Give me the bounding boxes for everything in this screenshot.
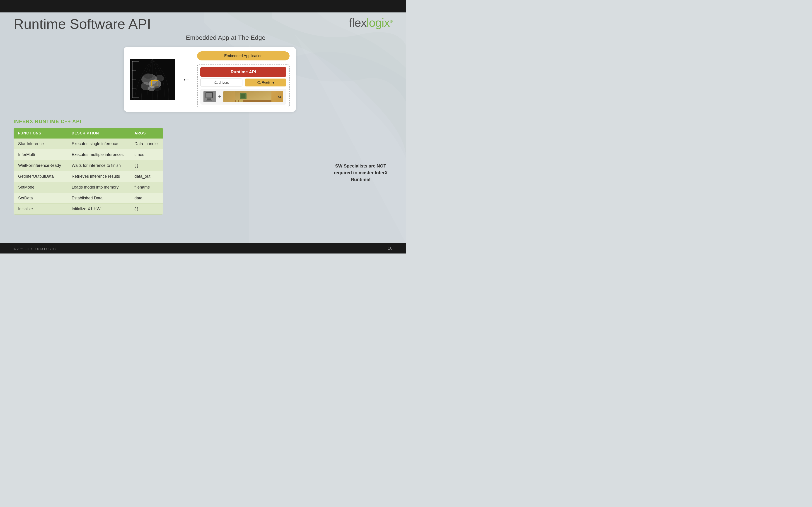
cell-1-1: Executes multiple inferences	[67, 150, 130, 160]
ultrasound-image	[130, 59, 175, 100]
diagram-container: ← Embedded Application Runtime API X1 dr…	[27, 47, 392, 112]
bg-bottom-bar	[0, 242, 406, 253]
drivers-runtime-row: X1 drivers X1 Runtime	[200, 78, 286, 87]
table-body: StartInferenceExecutes single inferenceD…	[14, 138, 163, 215]
cell-1-2: times	[130, 150, 163, 160]
cell-6-2: { }	[130, 204, 163, 215]
x1-card-label: X1	[278, 95, 282, 99]
cell-4-2: filename	[130, 182, 163, 193]
cell-5-2: data	[130, 193, 163, 204]
svg-rect-15	[132, 79, 136, 80]
main-content: flexlogix® Runtime Software API Embedded…	[0, 0, 406, 228]
cell-2-1: Waits for inference to finish	[67, 160, 130, 171]
cell-6-0: Initialize	[14, 204, 67, 215]
cell-0-2: Data_handle	[130, 138, 163, 150]
ultrasound-svg	[130, 59, 175, 100]
page-title: Runtime Software API	[14, 16, 392, 32]
cell-3-2: data_out	[130, 171, 163, 182]
table-row: InitializeInitialize X1 HW{ }	[14, 204, 163, 215]
cell-5-1: Established Data	[67, 193, 130, 204]
svg-point-10	[153, 86, 161, 91]
x1-runtime-label: X1 Runtime	[245, 78, 286, 87]
cell-1-0: InferMulti	[14, 150, 67, 160]
slide-subtitle: Embedded App at The Edge	[59, 34, 392, 42]
page-number: 10	[388, 246, 392, 251]
logo-reg: ®	[390, 19, 392, 23]
table-row: SetDataEstablished Datadata	[14, 193, 163, 204]
computer-icon	[203, 91, 216, 102]
col-description: DESCRIPTION	[67, 128, 130, 138]
svg-point-9	[144, 73, 153, 79]
cell-0-0: StartInference	[14, 138, 67, 150]
svg-rect-29	[239, 100, 241, 102]
logo-flex: flex	[349, 16, 367, 29]
svg-rect-16	[132, 89, 136, 89]
table-row: SetModelLoads model into memoryfilename	[14, 182, 163, 193]
svg-rect-13	[132, 61, 139, 62]
diagram-box: ← Embedded Application Runtime API X1 dr…	[124, 47, 296, 112]
x1-drivers-label: X1 drivers	[200, 78, 242, 87]
table-row: GetInferOutputDataRetrieves inference re…	[14, 171, 163, 182]
svg-rect-28	[236, 100, 238, 102]
svg-rect-21	[206, 100, 212, 101]
svg-rect-19	[206, 93, 212, 98]
footer-copyright: © 2021 FLEX LOGIX PUBLIC	[14, 247, 55, 251]
cell-6-1: Initialize X1 HW	[67, 204, 130, 215]
hardware-row: +	[200, 89, 286, 105]
cell-4-0: SetModel	[14, 182, 67, 193]
arrow-left: ←	[182, 75, 190, 84]
inferx-section-title: INFERX RUNTIME C++ API	[14, 119, 392, 124]
svg-rect-22	[207, 99, 211, 99]
svg-rect-14	[132, 70, 136, 71]
col-args: ARGS	[130, 128, 163, 138]
table-header: FUNCTIONS DESCRIPTION ARGS	[14, 128, 163, 138]
diagram-right: Embedded Application Runtime API X1 driv…	[197, 51, 290, 107]
cell-4-1: Loads model into memory	[67, 182, 130, 193]
api-table: FUNCTIONS DESCRIPTION ARGS StartInferenc…	[14, 128, 163, 215]
side-note: SW Specialists are NOT required to maste…	[329, 163, 392, 183]
cell-0-1: Executes single inference	[67, 138, 130, 150]
cell-5-0: SetData	[14, 193, 67, 204]
dashed-box: Runtime API X1 drivers X1 Runtime	[197, 64, 290, 107]
runtime-api-label: Runtime API	[200, 67, 286, 77]
inferx-section: INFERX RUNTIME C++ API FUNCTIONS DESCRIP…	[14, 119, 392, 215]
table-row: InferMultiExecutes multiple inferencesti…	[14, 150, 163, 160]
col-functions: FUNCTIONS	[14, 128, 67, 138]
company-logo: flexlogix®	[349, 16, 392, 30]
logo-logix: logix	[367, 16, 390, 29]
table-row: StartInferenceExecutes single inferenceD…	[14, 138, 163, 150]
svg-rect-26	[241, 94, 245, 98]
svg-rect-23	[207, 99, 211, 100]
cell-3-1: Retrieves inference results	[67, 171, 130, 182]
svg-rect-17	[132, 97, 139, 98]
cell-2-2: { }	[130, 160, 163, 171]
table-header-row: FUNCTIONS DESCRIPTION ARGS	[14, 128, 163, 138]
plus-sign: +	[218, 94, 221, 100]
cell-2-0: WaitForInferenceReady	[14, 160, 67, 171]
cell-3-0: GetInferOutputData	[14, 171, 67, 182]
table-row: WaitForInferenceReadyWaits for inference…	[14, 160, 163, 171]
svg-rect-30	[241, 100, 243, 102]
embedded-app-label: Embedded Application	[197, 51, 290, 60]
table-area: FUNCTIONS DESCRIPTION ARGS StartInferenc…	[14, 128, 392, 215]
